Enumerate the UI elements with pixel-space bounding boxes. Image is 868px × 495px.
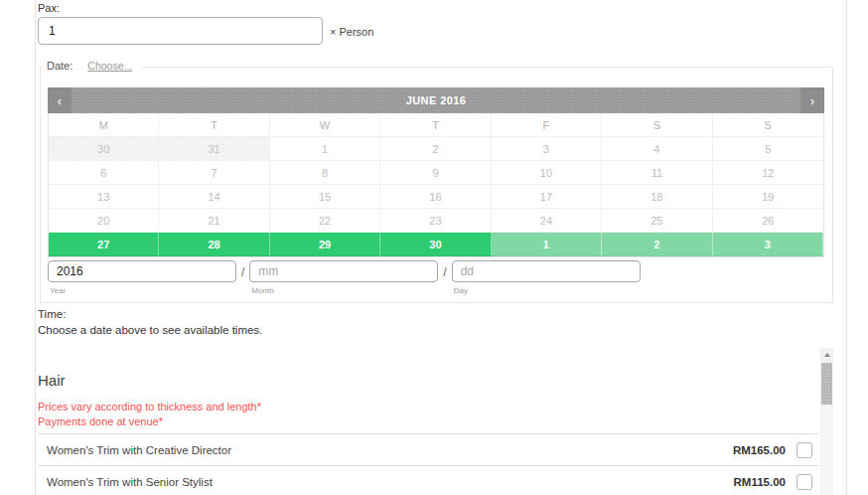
time-label: Time: [38, 306, 262, 322]
calendar-day[interactable]: 3 [713, 233, 823, 256]
year-field-group: Year [48, 260, 236, 295]
chevron-right-icon: › [810, 93, 814, 108]
calendar-day: 26 [713, 209, 823, 233]
calendar-day: 12 [713, 161, 823, 185]
calendar-day: 5 [713, 137, 823, 161]
service-list: Women's Trim with Creative DirectorRM165… [38, 433, 818, 495]
year-field-label: Year [50, 286, 236, 295]
weekday-label: W [270, 113, 380, 137]
calendar-day: 25 [602, 209, 712, 233]
month-field-label: Month [251, 286, 438, 295]
chevron-left-icon: ‹ [58, 93, 62, 108]
calendar-day: 16 [380, 185, 491, 209]
services-scroll-area: Hair Prices vary according to thickness … [38, 348, 818, 495]
time-message: Choose a date above to see available tim… [38, 322, 262, 338]
calendar-day: 30 [49, 137, 159, 161]
service-checkbox[interactable] [796, 474, 812, 490]
year-input[interactable] [48, 260, 236, 282]
calendar-day: 1 [270, 137, 380, 161]
service-note: Prices vary according to thickness and l… [38, 400, 261, 414]
weekday-label: S [602, 113, 712, 137]
vertical-scrollbar[interactable] [820, 348, 833, 495]
calendar-header: ‹ JUNE 2016 › [48, 87, 824, 113]
pax-unit-label: × Person [330, 26, 373, 38]
weekday-label: T [159, 113, 269, 137]
weekday-label: F [492, 113, 602, 137]
weekday-label: M [49, 113, 159, 137]
calendar-weekday-row: MTWTFSS [48, 113, 824, 137]
weekday-label: T [380, 113, 491, 137]
calendar-day: 10 [492, 161, 602, 185]
calendar-next-month-button[interactable]: › [800, 87, 824, 113]
calendar-day: 11 [602, 161, 712, 185]
calendar-prev-month-button[interactable]: ‹ [48, 87, 72, 113]
calendar-day[interactable]: 30 [380, 233, 491, 256]
service-row: Women's Trim with Senior StylistRM115.00 [38, 465, 818, 495]
calendar-day: 17 [492, 185, 602, 209]
triangle-up-icon [824, 350, 830, 357]
day-input[interactable] [452, 260, 641, 282]
calendar-day[interactable]: 28 [159, 233, 269, 256]
calendar-month-title: JUNE 2016 [72, 87, 800, 113]
calendar-day: 2 [380, 137, 491, 161]
service-row: Women's Trim with Creative DirectorRM165… [38, 433, 818, 465]
calendar-day: 18 [602, 185, 712, 209]
day-field-label: Day [454, 286, 641, 295]
date-legend: Date:Choose... [43, 60, 142, 72]
date-choose-link[interactable]: Choose... [87, 60, 132, 72]
pax-label: Pax: [38, 2, 60, 14]
calendar-day: 3 [492, 137, 602, 161]
calendar-day: 19 [713, 185, 823, 209]
day-field-group: Day [452, 260, 641, 295]
calendar-day: 15 [270, 185, 380, 209]
calendar-day: 9 [380, 161, 491, 185]
scrollbar-thumb[interactable] [821, 363, 832, 405]
weekday-label: S [713, 113, 823, 137]
calendar-day[interactable]: 1 [492, 233, 602, 256]
calendar-day: 7 [159, 161, 269, 185]
date-label: Date: [47, 60, 72, 72]
calendar-day: 22 [270, 209, 380, 233]
calendar-day: 14 [159, 185, 269, 209]
calendar-day: 31 [159, 137, 269, 161]
booking-form-page: Pax: × Person Date:Choose... ‹ JUNE 2016… [0, 0, 868, 495]
service-checkbox[interactable] [796, 442, 812, 458]
calendar-day: 6 [49, 161, 159, 185]
calendar-day[interactable]: 29 [270, 233, 380, 256]
calendar-day[interactable]: 2 [602, 233, 712, 256]
service-note: Payments done at venue* [38, 414, 261, 429]
service-price: RM115.00 [734, 476, 786, 488]
month-field-group: Month [249, 260, 438, 295]
date-fieldset: Date:Choose... ‹ JUNE 2016 › MTWTFSS 303… [40, 67, 833, 303]
calendar-day: 8 [270, 161, 380, 185]
service-name: Women's Trim with Senior Stylist [47, 476, 734, 488]
pax-input[interactable] [38, 17, 323, 45]
month-input[interactable] [249, 260, 438, 282]
calendar-day: 4 [602, 137, 712, 161]
date-inputs-row: Year / Month / Day [48, 260, 641, 295]
service-price: RM165.00 [733, 444, 786, 456]
time-section: Time: Choose a date above to see availab… [38, 306, 262, 338]
scroll-up-button[interactable] [820, 348, 833, 362]
calendar-day-grid: 3031123456789101112131415161718192021222… [48, 137, 824, 257]
calendar-day: 13 [49, 185, 159, 209]
service-name: Women's Trim with Creative Director [47, 444, 733, 456]
calendar-day: 23 [380, 209, 491, 233]
service-notes: Prices vary according to thickness and l… [38, 400, 261, 429]
calendar-day: 20 [49, 209, 159, 233]
date-separator: / [241, 265, 244, 279]
calendar-day[interactable]: 27 [49, 233, 159, 256]
calendar-day: 24 [492, 209, 602, 233]
service-category-title: Hair [38, 372, 66, 389]
date-separator: / [443, 265, 446, 279]
calendar: ‹ JUNE 2016 › MTWTFSS 303112345678910111… [48, 87, 824, 257]
calendar-day: 21 [159, 209, 269, 233]
